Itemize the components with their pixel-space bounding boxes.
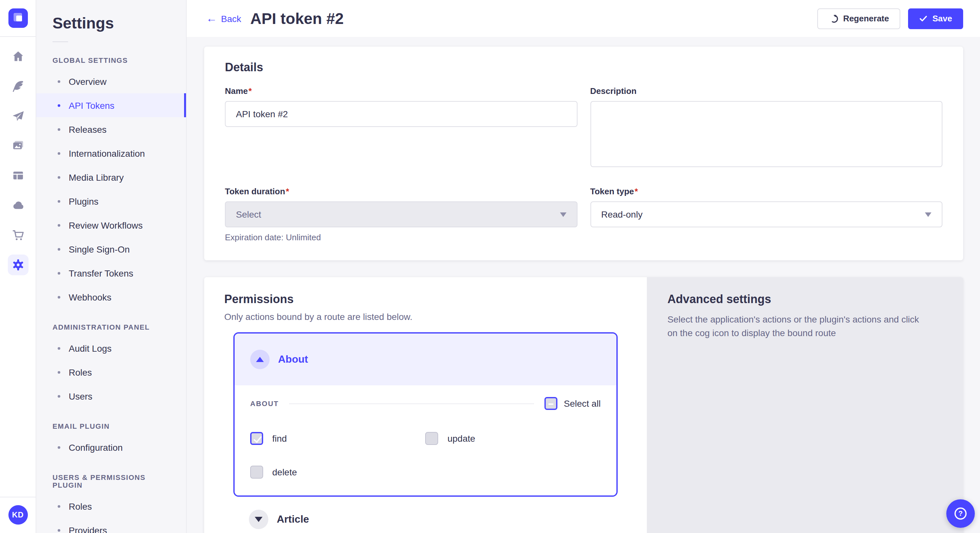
user-avatar[interactable]: KD: [8, 505, 27, 525]
details-heading: Details: [225, 61, 942, 75]
bullet-dot: [58, 104, 60, 106]
about-section-row: ABOUT Select all: [250, 397, 600, 410]
back-label: Back: [221, 13, 241, 24]
question-mark-icon: ?: [953, 506, 968, 521]
expiration-hint: Expiration date: Unlimited: [225, 233, 577, 242]
home-icon[interactable]: [8, 46, 28, 67]
content-builder-feather-icon[interactable]: [8, 76, 28, 97]
regenerate-button[interactable]: Regenerate: [817, 8, 900, 29]
settings-gear-icon[interactable]: [8, 254, 28, 275]
sidebar-item-label: Users: [69, 391, 92, 401]
rail-bottom: KD: [0, 497, 36, 533]
about-actions-grid: find update delete: [250, 432, 600, 479]
bullet-dot: [58, 296, 60, 298]
sidebar-item-review-workflows[interactable]: Review Workflows: [36, 213, 186, 237]
sidebar-item-media-library[interactable]: Media Library: [36, 165, 186, 189]
sidebar-item-label: Single Sign-On: [69, 244, 130, 254]
header-actions: Regenerate Save: [817, 8, 963, 29]
about-accordion-title: About: [278, 354, 308, 365]
back-link[interactable]: ← Back: [206, 13, 241, 24]
sidebar-item-transfer-tokens[interactable]: Transfer Tokens: [36, 261, 186, 285]
about-accordion-header[interactable]: About: [235, 333, 616, 385]
action-delete[interactable]: delete: [250, 466, 425, 479]
permissions-heading: Permissions: [224, 293, 627, 306]
token-type-select[interactable]: Read-only: [590, 201, 942, 227]
details-form: Name* Description Token duration* Select: [225, 86, 942, 242]
section-email-plugin: EMAIL PLUGIN Configuration: [36, 417, 186, 459]
section-label: ADMINISTRATION PANEL: [36, 318, 186, 336]
action-find[interactable]: find: [250, 432, 425, 445]
logo-shape-front: [16, 16, 22, 21]
delete-label: delete: [272, 467, 297, 477]
sidebar-item-internationalization[interactable]: Internationalization: [36, 141, 186, 165]
description-textarea[interactable]: [590, 101, 942, 167]
token-type-value: Read-only: [601, 209, 643, 219]
page-title: API token #2: [250, 10, 344, 27]
marketplace-cart-icon[interactable]: [8, 225, 28, 246]
help-button[interactable]: ?: [946, 499, 975, 528]
select-all-checkbox[interactable]: [544, 397, 557, 410]
page-header: ← Back API token #2 Regenerate Save: [187, 0, 980, 37]
sidebar-item-label: Webhooks: [69, 292, 111, 302]
token-duration-select[interactable]: Select: [225, 201, 577, 227]
update-label: update: [447, 433, 476, 444]
sidebar-item-up-providers[interactable]: Providers: [36, 518, 186, 533]
sidebar-item-api-tokens[interactable]: API Tokens: [36, 93, 186, 117]
expand-toggle[interactable]: [249, 510, 268, 529]
advanced-settings-heading: Advanced settings: [667, 293, 942, 306]
delete-checkbox[interactable]: [250, 466, 263, 479]
name-field-group: Name*: [225, 86, 577, 170]
sidebar-item-label: Media Library: [69, 172, 124, 182]
permissions-card: Permissions Only actions bound by a rout…: [204, 277, 963, 533]
section-users-permissions-plugin: USERS & PERMISSIONS PLUGIN Roles Provide…: [36, 468, 186, 533]
page-content: Details Name* Description Token duration…: [187, 37, 980, 533]
sidebar-item-releases[interactable]: Releases: [36, 117, 186, 141]
section-global-settings: GLOBAL SETTINGS Overview API Tokens Rele…: [36, 51, 186, 309]
chevron-up-icon: [256, 357, 264, 362]
name-input[interactable]: [225, 101, 577, 127]
article-accordion-header[interactable]: Article: [233, 497, 617, 532]
bullet-dot: [58, 272, 60, 274]
sidebar-item-plugins[interactable]: Plugins: [36, 189, 186, 213]
bullet-dot: [58, 224, 60, 226]
about-accordion-body: ABOUT Select all find: [235, 385, 616, 495]
refresh-icon: [828, 14, 838, 23]
required-asterisk: *: [635, 187, 638, 196]
update-checkbox[interactable]: [425, 432, 439, 445]
section-label: GLOBAL SETTINGS: [36, 51, 186, 69]
sidebar-item-label: API Tokens: [69, 100, 115, 110]
sidebar-item-overview[interactable]: Overview: [36, 69, 186, 93]
save-button[interactable]: Save: [908, 8, 963, 29]
subnav-title: Settings: [36, 0, 186, 39]
token-type-field-group: Token type* Read-only: [590, 187, 942, 242]
strapi-logo[interactable]: [8, 8, 27, 28]
sidebar-item-single-sign-on[interactable]: Single Sign-On: [36, 237, 186, 261]
back-arrow-icon: ←: [206, 13, 217, 24]
collapse-toggle[interactable]: [250, 350, 270, 369]
action-update[interactable]: update: [425, 432, 601, 445]
bullet-dot: [58, 248, 60, 250]
content-manager-layout-icon[interactable]: [8, 165, 28, 186]
details-card: Details Name* Description Token duration…: [204, 47, 963, 260]
sidebar-item-admin-roles[interactable]: Roles: [36, 360, 186, 384]
token-duration-label: Token duration*: [225, 187, 577, 196]
settings-subnav: Settings GLOBAL SETTINGS Overview API To…: [36, 0, 187, 533]
select-all-control[interactable]: Select all: [544, 397, 601, 410]
logo-zone: [0, 0, 36, 37]
sidebar-item-webhooks[interactable]: Webhooks: [36, 285, 186, 309]
sidebar-item-email-configuration[interactable]: Configuration: [36, 435, 186, 459]
subnav-divider: [52, 41, 68, 42]
find-checkbox[interactable]: [250, 432, 263, 445]
token-duration-value: Select: [236, 209, 261, 219]
advanced-settings-body: Select the application's actions or the …: [667, 313, 926, 340]
description-label: Description: [590, 86, 942, 96]
deploy-paper-plane-icon[interactable]: [8, 106, 28, 126]
media-library-images-icon[interactable]: [8, 135, 28, 156]
main-column: ← Back API token #2 Regenerate Save: [187, 0, 980, 533]
bullet-dot: [58, 446, 60, 449]
cloud-icon[interactable]: [8, 195, 28, 216]
sidebar-item-audit-logs[interactable]: Audit Logs: [36, 336, 186, 360]
sidebar-item-admin-users[interactable]: Users: [36, 384, 186, 408]
sidebar-item-up-roles[interactable]: Roles: [36, 494, 186, 518]
article-accordion-title: Article: [277, 514, 309, 525]
